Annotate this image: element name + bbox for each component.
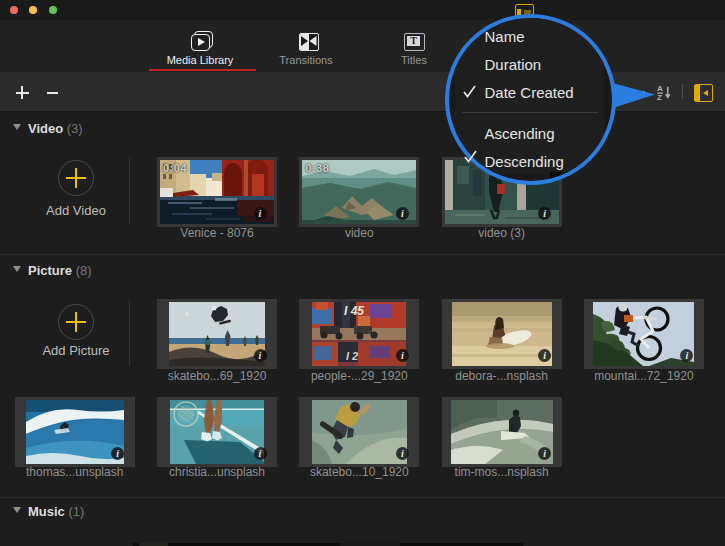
svg-text:I 45: I 45 [344, 304, 364, 318]
svg-text:I 2: I 2 [346, 350, 358, 362]
